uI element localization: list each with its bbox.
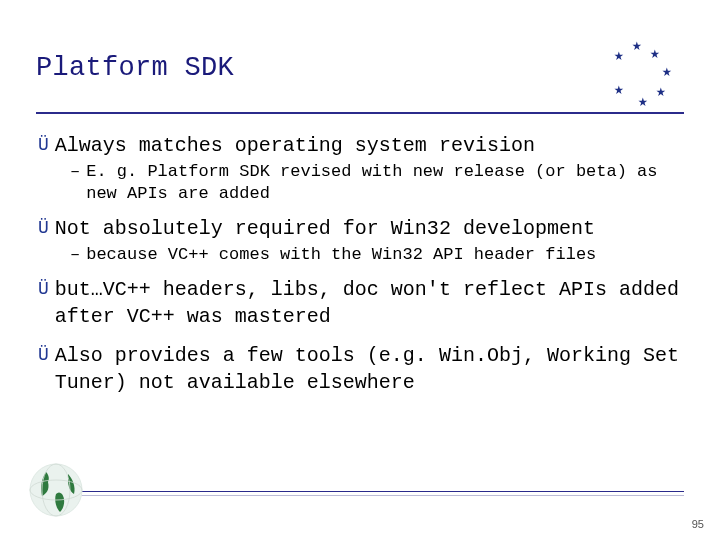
slide-title: Platform SDK [36, 36, 234, 84]
bullet-text: Always matches operating system revision [55, 132, 682, 159]
sub-bullet-text: E. g. Platform SDK revised with new rele… [86, 161, 682, 205]
bullet-item: Ü but…VC++ headers, libs, doc won't refl… [38, 276, 682, 330]
sub-bullet-text: because VC++ comes with the Win32 API he… [86, 244, 682, 266]
bullet-text: Also provides a few tools (e.g. Win.Obj,… [55, 342, 682, 396]
slide: Platform SDK ★ ★ ★ ★ ★ ★ ★ Ü Always matc… [0, 0, 720, 540]
svg-text:★: ★ [656, 83, 666, 101]
arrow-bullet-icon: Ü [38, 132, 49, 159]
svg-text:★: ★ [638, 93, 648, 106]
footer-rule [80, 491, 684, 493]
footer-rule-thin [80, 495, 684, 496]
bullet-text: Not absolutely required for Win32 develo… [55, 215, 682, 242]
page-number: 95 [692, 518, 704, 530]
svg-text:★: ★ [614, 81, 624, 99]
bullet-item: Ü Always matches operating system revisi… [38, 132, 682, 159]
dash-bullet-icon: – [70, 244, 80, 266]
sub-bullet-item: – because VC++ comes with the Win32 API … [70, 244, 682, 266]
svg-text:★: ★ [614, 47, 624, 65]
eu-stars-logo-icon: ★ ★ ★ ★ ★ ★ ★ [594, 36, 684, 106]
arrow-bullet-icon: Ü [38, 276, 49, 303]
globe-icon [28, 462, 84, 518]
title-row: Platform SDK ★ ★ ★ ★ ★ ★ ★ [36, 36, 684, 106]
bullet-item: Ü Also provides a few tools (e.g. Win.Ob… [38, 342, 682, 396]
arrow-bullet-icon: Ü [38, 215, 49, 242]
dash-bullet-icon: – [70, 161, 80, 183]
content-area: Ü Always matches operating system revisi… [36, 132, 684, 396]
svg-text:★: ★ [662, 63, 672, 81]
arrow-bullet-icon: Ü [38, 342, 49, 369]
title-underline [36, 112, 684, 114]
svg-text:★: ★ [650, 45, 660, 63]
bullet-text: but…VC++ headers, libs, doc won't reflec… [55, 276, 682, 330]
bullet-item: Ü Not absolutely required for Win32 deve… [38, 215, 682, 242]
sub-bullet-item: – E. g. Platform SDK revised with new re… [70, 161, 682, 205]
svg-text:★: ★ [632, 37, 642, 55]
